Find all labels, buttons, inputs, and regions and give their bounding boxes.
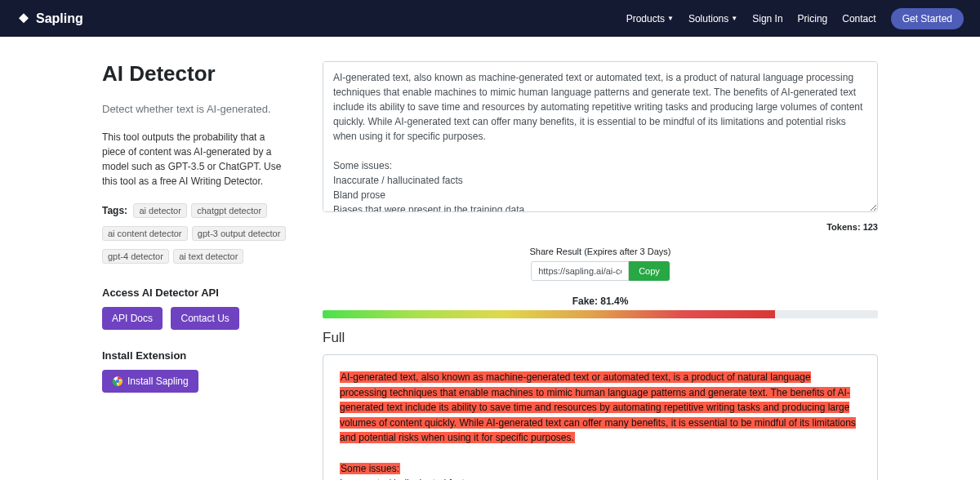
tag[interactable]: ai detector	[133, 203, 186, 218]
right-column: Tokens: 123 Share Result (Expires after …	[323, 61, 878, 480]
nav-products[interactable]: Products▼	[626, 13, 674, 24]
contact-us-button[interactable]: Contact Us	[171, 307, 238, 330]
share-row: Copy	[323, 261, 878, 281]
tags-label: Tags:	[102, 205, 127, 216]
text-input[interactable]	[323, 61, 878, 212]
api-docs-button[interactable]: API Docs	[102, 307, 163, 330]
install-section-title: Install Extension	[102, 349, 290, 362]
brand[interactable]: Sapling	[16, 11, 83, 26]
nav-products-label: Products	[626, 13, 665, 24]
nav-right: Products▼ Solutions▼ Sign In Pricing Con…	[626, 8, 964, 29]
install-label: Install Sapling	[127, 376, 189, 387]
tags-row-2: ai content detector gpt-3 output detecto…	[102, 226, 290, 244]
chrome-icon	[112, 376, 123, 387]
main-container: AI Detector Detect whether text is AI-ge…	[86, 37, 894, 480]
nav-signin[interactable]: Sign In	[752, 13, 782, 24]
sapling-logo-icon	[16, 11, 31, 26]
share-url-input[interactable]	[531, 261, 629, 281]
tag[interactable]: ai text detector	[173, 249, 243, 264]
chevron-down-icon: ▼	[667, 15, 674, 22]
get-started-button[interactable]: Get Started	[891, 8, 964, 29]
tag[interactable]: chatgpt detector	[191, 203, 267, 218]
fake-bar-fill	[323, 310, 775, 318]
result-box: AI-generated text, also known as machine…	[323, 354, 878, 480]
nav-pricing[interactable]: Pricing	[798, 13, 828, 24]
brand-text: Sapling	[36, 11, 83, 26]
tags-row: Tags: ai detector chatgpt detector	[102, 203, 290, 221]
install-sapling-button[interactable]: Install Sapling	[102, 370, 198, 393]
full-title: Full	[323, 330, 878, 346]
chevron-down-icon: ▼	[731, 15, 737, 22]
share-label: Share Result (Expires after 3 Days)	[323, 247, 878, 256]
fake-label: Fake: 81.4%	[323, 296, 878, 307]
copy-button[interactable]: Copy	[629, 261, 670, 281]
tag[interactable]: gpt-3 output detector	[192, 226, 287, 241]
description: This tool outputs the probability that a…	[102, 130, 290, 189]
fake-bar	[323, 310, 878, 318]
nav-contact[interactable]: Contact	[842, 13, 875, 24]
nav-solutions-label: Solutions	[688, 13, 728, 24]
api-section-title: Access AI Detector API	[102, 287, 290, 299]
highlighted-text-2: Some issues:	[340, 463, 400, 474]
tag[interactable]: ai content detector	[102, 226, 188, 241]
highlighted-text-1: AI-generated text, also known as machine…	[340, 371, 856, 443]
left-column: AI Detector Detect whether text is AI-ge…	[102, 61, 290, 480]
subtitle: Detect whether text is AI-generated.	[102, 103, 290, 115]
token-count: Tokens: 123	[323, 222, 878, 232]
navbar: Sapling Products▼ Solutions▼ Sign In Pri…	[0, 0, 980, 37]
nav-solutions[interactable]: Solutions▼	[688, 13, 737, 24]
tags-row-3: gpt-4 detector ai text detector	[102, 249, 290, 267]
tag[interactable]: gpt-4 detector	[102, 249, 169, 264]
page-title: AI Detector	[102, 61, 290, 87]
